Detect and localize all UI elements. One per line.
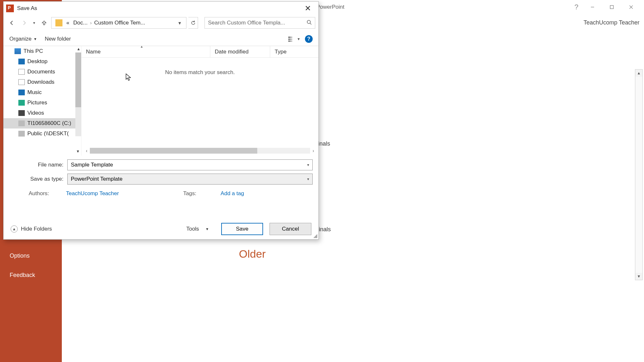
svg-rect-7 (288, 39, 291, 40)
dialog-title: Save As (17, 5, 37, 12)
breadcrumb-seg-2[interactable]: Custom Office Tem... (92, 20, 147, 26)
scroll-down-icon[interactable]: ▼ (635, 273, 642, 280)
tree-item-desktop[interactable]: Desktop (4, 56, 81, 67)
tree-scrollbar[interactable] (75, 52, 81, 136)
new-folder-button[interactable]: New folder (45, 36, 71, 42)
resize-grip[interactable]: ◢ (313, 234, 318, 239)
tree-scroll-thumb[interactable] (75, 52, 81, 107)
tools-button[interactable]: Tools▼ (186, 226, 215, 232)
account-name[interactable]: TeachUcomp Teacher (583, 19, 639, 26)
tags-label: Tags: (183, 190, 208, 197)
chevron-down-icon: ▼ (205, 227, 209, 231)
save-button[interactable]: Save (221, 223, 263, 235)
content-scrollbar[interactable]: ▲ ▼ (635, 69, 643, 280)
column-type[interactable]: Type (270, 46, 318, 57)
search-placeholder: Search Custom Office Templa... (208, 20, 285, 26)
tree-item-documents[interactable]: Documents (4, 67, 81, 77)
powerpoint-icon (6, 5, 14, 12)
cancel-button[interactable]: Cancel (270, 223, 311, 235)
forward-button[interactable] (19, 18, 29, 28)
breadcrumb-laquo[interactable]: « (64, 20, 71, 26)
file-list[interactable]: ▴ Name Date modified Type No items match… (81, 46, 318, 156)
network-drive-icon (18, 131, 25, 137)
tree-item-thispc[interactable]: This PC (4, 46, 81, 56)
collapse-icon: ▲ (11, 225, 18, 233)
svg-rect-11 (291, 41, 292, 42)
sort-indicator-icon: ▴ (141, 44, 143, 49)
svg-rect-9 (291, 37, 292, 38)
savetype-label: Save as type: (9, 176, 67, 182)
dialog-footer: ▲ Hide Folders Tools▼ Save Cancel (4, 219, 318, 239)
downloads-icon (18, 79, 25, 85)
authors-value[interactable]: TeachUcomp Teacher (66, 190, 119, 197)
help-icon[interactable]: ? (570, 3, 583, 11)
scroll-track[interactable] (635, 77, 642, 273)
pictures-icon (18, 100, 25, 106)
tree-item-public[interactable]: Public (\\DESKT( (4, 129, 81, 139)
hscroll-left-icon[interactable]: ‹ (83, 148, 90, 153)
tree-scroll-down-icon[interactable]: ▼ (76, 149, 80, 154)
empty-message: No items match your search. (81, 58, 318, 76)
dialog-body: ▲ This PC Desktop Documents Downloads Mu… (4, 46, 318, 156)
tree-item-cdrive[interactable]: TI10658600C (C:) (4, 118, 81, 129)
filename-label: File name: (9, 162, 67, 168)
search-input[interactable]: Search Custom Office Templa... (204, 17, 315, 29)
svg-rect-6 (288, 37, 291, 38)
filename-input[interactable]: Sample Template▾ (67, 159, 313, 170)
dialog-close-button[interactable]: ✕ (300, 2, 316, 15)
file-hscrollbar[interactable]: ‹ › (83, 147, 317, 154)
documents-icon (18, 69, 25, 75)
up-button[interactable] (39, 18, 49, 28)
organize-button[interactable]: Organize▼ (9, 36, 37, 42)
view-options-button[interactable]: ▼ (288, 36, 300, 42)
hscroll-track[interactable] (90, 148, 310, 154)
close-button[interactable] (621, 2, 641, 12)
chevron-right-icon[interactable]: › (90, 20, 92, 25)
tree-item-music[interactable]: Music (4, 87, 81, 98)
minimize-button[interactable] (583, 2, 602, 12)
recent-dropdown-icon[interactable]: ▾ (31, 18, 37, 28)
refresh-button[interactable] (188, 17, 198, 29)
save-as-dialog: Save As ✕ ▾ « Doc... › Custom Office Tem… (3, 1, 319, 240)
folder-tree[interactable]: ▲ This PC Desktop Documents Downloads Mu… (4, 46, 81, 156)
breadcrumb-seg-1[interactable]: Doc... (71, 20, 89, 26)
tree-item-pictures[interactable]: Pictures (4, 98, 81, 108)
hide-folders-button[interactable]: ▲ Hide Folders (11, 225, 52, 233)
tree-scroll-up-icon[interactable]: ▲ (77, 47, 80, 51)
back-button[interactable] (7, 18, 17, 28)
dialog-nav: ▾ « Doc... › Custom Office Tem... ▾ Sear… (4, 15, 318, 31)
svg-point-4 (307, 20, 310, 24)
filename-dropdown-icon[interactable]: ▾ (307, 163, 309, 167)
column-name[interactable]: Name (81, 46, 210, 57)
address-bar[interactable]: « Doc... › Custom Office Tem... ▾ (51, 17, 186, 29)
tags-value[interactable]: Add a tag (221, 190, 244, 197)
address-dropdown-icon[interactable]: ▾ (175, 20, 184, 26)
maximize-button[interactable] (602, 2, 621, 12)
folder-icon (55, 19, 62, 26)
older-header: Older (239, 248, 644, 260)
hscroll-right-icon[interactable]: › (310, 148, 317, 153)
savetype-select[interactable]: PowerPoint Template▾ (67, 174, 313, 185)
drive-icon (18, 120, 25, 126)
sidebar-item-options[interactable]: Options (0, 248, 39, 264)
savetype-dropdown-icon[interactable]: ▾ (307, 177, 309, 181)
scroll-up-icon[interactable]: ▲ (635, 70, 642, 77)
videos-icon (18, 110, 25, 116)
svg-rect-10 (291, 39, 292, 40)
authors-label: Authors: (29, 190, 53, 197)
help-icon[interactable]: ? (305, 35, 313, 43)
dialog-form: File name: Sample Template▾ Save as type… (4, 156, 318, 198)
music-icon (18, 90, 25, 95)
tree-item-downloads[interactable]: Downloads (4, 77, 81, 87)
search-icon[interactable] (307, 20, 312, 26)
dialog-toolbar: Organize▼ New folder ▼ ? (4, 32, 318, 46)
tree-item-videos[interactable]: Videos (4, 108, 81, 118)
svg-rect-8 (288, 41, 291, 42)
desktop-icon (18, 59, 25, 64)
dialog-titlebar[interactable]: Save As ✕ (4, 2, 318, 15)
column-date[interactable]: Date modified (210, 46, 270, 57)
file-headers: Name Date modified Type (81, 46, 318, 58)
hscroll-thumb[interactable] (90, 148, 257, 154)
svg-line-5 (310, 23, 311, 24)
sidebar-item-feedback[interactable]: Feedback (0, 267, 45, 283)
